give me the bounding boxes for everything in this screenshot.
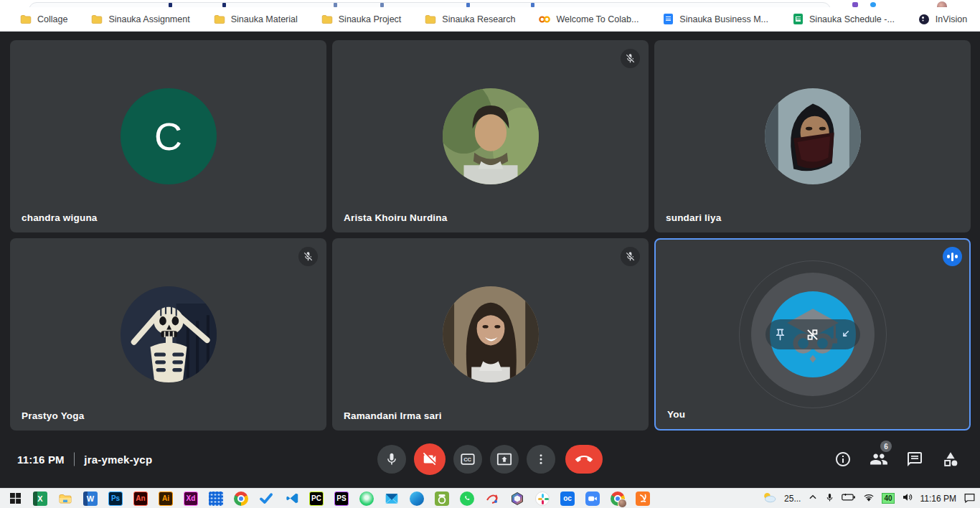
bookmark-colab[interactable]: Welcome To Colab... xyxy=(539,14,639,25)
decoration xyxy=(169,3,172,7)
phpstorm-icon[interactable]: PS xyxy=(334,491,349,506)
participant-avatar-photo xyxy=(121,286,217,382)
participant-tile-sundari[interactable]: sundari liya xyxy=(654,40,971,232)
bookmark-sinauka-material[interactable]: Sinauka Material xyxy=(214,14,298,25)
meeting-clock: 11:16 PM xyxy=(17,453,65,466)
tray-speaker-icon[interactable] xyxy=(902,492,913,504)
video-call-app-icon[interactable] xyxy=(585,491,600,506)
xampp-icon[interactable] xyxy=(636,491,650,506)
red-swirl-app-icon[interactable] xyxy=(485,491,499,506)
check-app-icon[interactable] xyxy=(259,491,273,506)
taskbar-clock[interactable]: 11:16 PM xyxy=(920,494,956,504)
battery-percent-badge[interactable]: 40 xyxy=(882,493,894,504)
muted-mic-indicator xyxy=(621,49,640,68)
divider xyxy=(74,453,75,466)
start-button[interactable] xyxy=(6,493,24,504)
bookmark-label: Sinauka Material xyxy=(231,14,298,24)
mic-button[interactable] xyxy=(377,445,406,474)
activities-button[interactable] xyxy=(941,450,960,469)
word-icon[interactable]: W xyxy=(83,491,98,506)
bookmark-collage[interactable]: Collage xyxy=(20,14,67,25)
system-tray: 25... 40 11:16 PM xyxy=(761,491,977,506)
excel-icon[interactable]: X xyxy=(33,491,47,506)
camera-off-button[interactable] xyxy=(414,443,446,475)
android-studio-icon[interactable] xyxy=(359,491,374,506)
participant-tile-you[interactable]: You xyxy=(654,238,971,431)
participant-tile-ramandani[interactable]: Ramandani Irma sari xyxy=(332,238,649,431)
folder-icon xyxy=(321,14,333,25)
extension-icon[interactable] xyxy=(870,2,876,7)
pycharm-icon[interactable]: PC xyxy=(309,491,324,506)
tile-off-icon[interactable] xyxy=(804,326,821,343)
mail-icon[interactable] xyxy=(385,491,399,506)
bookmark-label: Welcome To Colab... xyxy=(556,14,639,24)
decoration xyxy=(531,3,534,7)
muted-mic-indicator xyxy=(298,247,318,266)
bookmark-label: Collage xyxy=(37,14,67,24)
folder-icon xyxy=(214,14,225,25)
speaking-indicator xyxy=(943,247,962,266)
minimize-icon[interactable] xyxy=(837,326,854,343)
participant-tile-chandra[interactable]: C chandra wiguna xyxy=(10,40,326,232)
hang-up-button[interactable] xyxy=(565,445,603,474)
participant-name: Arista Khoiru Nurdina xyxy=(344,212,447,223)
participant-tile-arista[interactable]: Arista Khoiru Nurdina xyxy=(332,40,649,232)
tray-battery-icon[interactable] xyxy=(842,492,856,504)
participant-avatar-photo xyxy=(765,88,861,184)
bookmark-sinauka-project[interactable]: Sinauka Project xyxy=(321,14,402,25)
captions-button[interactable]: CC xyxy=(453,445,482,474)
browser-profile-avatar[interactable] xyxy=(937,1,947,7)
chrome-icon[interactable] xyxy=(234,491,248,506)
screen: Collage Sinauka Assignment Sinauka Mater… xyxy=(0,0,980,508)
participant-name: chandra wiguna xyxy=(22,212,98,223)
bookmark-invision[interactable]: InVision xyxy=(918,14,967,25)
camera-app-icon[interactable] xyxy=(435,491,449,506)
svg-text:CC: CC xyxy=(463,456,471,463)
present-screen-button[interactable] xyxy=(490,445,519,474)
bookmark-label: Sinauka Research xyxy=(442,14,515,24)
folder-icon xyxy=(91,14,103,25)
participant-tile-prastyo[interactable]: Prastyo Yoga xyxy=(10,238,326,431)
bookmark-label: Sinauka Project xyxy=(339,14,402,24)
meeting-code: jra-ymek-ycp xyxy=(84,453,152,466)
bookmark-label: Sinauka Schedule -... xyxy=(809,14,895,24)
animate-icon[interactable]: An xyxy=(133,491,148,506)
adobe-xd-icon[interactable]: Xd xyxy=(184,491,198,506)
bookmark-sinauka-business[interactable]: Sinauka Business M... xyxy=(662,14,768,25)
photoshop-icon[interactable]: Ps xyxy=(108,491,123,506)
weather-temp[interactable]: 25... xyxy=(784,494,801,504)
tray-mic-icon[interactable] xyxy=(825,492,834,505)
tray-chevron-up-icon[interactable] xyxy=(808,492,818,504)
chrome-active-icon[interactable] xyxy=(611,491,625,506)
action-center-icon[interactable] xyxy=(963,492,976,505)
vscode-icon[interactable] xyxy=(284,491,298,506)
initial-avatar: C xyxy=(121,88,217,184)
slack-icon[interactable] xyxy=(535,491,550,506)
bookmarks-bar: Collage Sinauka Assignment Sinauka Mater… xyxy=(0,7,980,32)
hexagon-app-icon[interactable] xyxy=(510,491,524,506)
illustrator-icon[interactable]: Ai xyxy=(159,491,173,506)
address-bar-partial[interactable] xyxy=(29,2,831,7)
browser-chrome-strip xyxy=(0,0,980,7)
meeting-controls-bar: 11:16 PM jra-ymek-ycp CC xyxy=(0,431,980,488)
tray-wifi-icon[interactable] xyxy=(863,493,875,504)
bookmark-sinauka-assignment[interactable]: Sinauka Assignment xyxy=(91,14,189,25)
pin-icon[interactable] xyxy=(772,326,789,343)
participants-button[interactable]: 6 xyxy=(870,450,888,469)
oc-app-icon[interactable]: oc xyxy=(560,491,575,506)
calendar-app-icon[interactable] xyxy=(209,491,223,506)
more-options-button[interactable] xyxy=(527,445,555,474)
bookmark-sinauka-research[interactable]: Sinauka Research xyxy=(425,14,515,25)
muted-mic-indicator xyxy=(621,247,640,266)
participant-name: Prastyo Yoga xyxy=(22,410,84,421)
extension-icon[interactable] xyxy=(852,2,858,7)
weather-icon[interactable] xyxy=(761,491,777,506)
colab-icon xyxy=(539,14,550,25)
meeting-info: 11:16 PM jra-ymek-ycp xyxy=(17,453,152,466)
chat-button[interactable] xyxy=(905,450,924,469)
edge-icon[interactable] xyxy=(410,491,424,506)
bookmark-sinauka-schedule[interactable]: Sinauka Schedule -... xyxy=(792,14,895,25)
whatsapp-icon[interactable] xyxy=(460,491,474,506)
file-explorer-icon[interactable] xyxy=(58,491,72,506)
meeting-details-button[interactable] xyxy=(834,450,852,469)
